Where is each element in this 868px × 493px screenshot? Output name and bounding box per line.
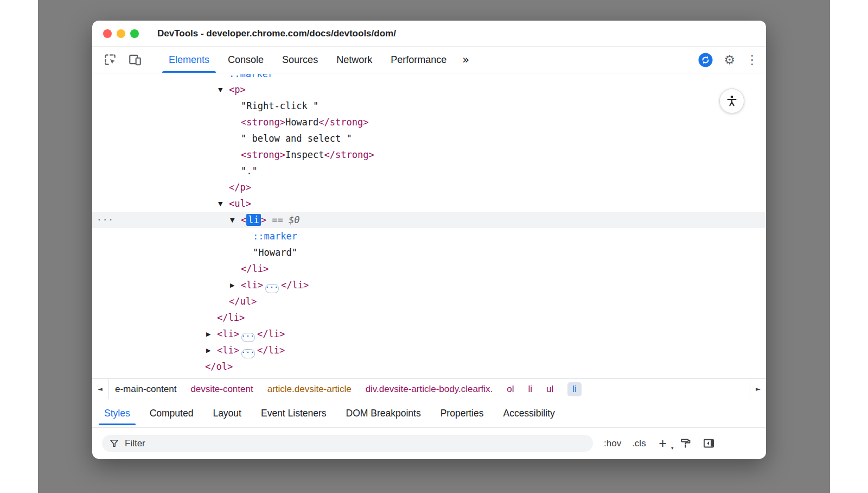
tree-line[interactable]: ▼<ul>	[92, 195, 766, 212]
breadcrumb-item-4[interactable]: ol	[507, 384, 514, 395]
tab-elements[interactable]: Elements	[159, 47, 219, 73]
tree-line[interactable]: ::marker	[92, 228, 766, 244]
tree-line[interactable]: "Howard"	[92, 244, 766, 261]
tree-line-content: ▶<li>···</li>	[92, 342, 766, 359]
disclosure-arrow-icon[interactable]: ▼	[230, 212, 241, 229]
tab-event-listeners[interactable]: Event Listeners	[251, 399, 336, 427]
disclosure-arrow-icon[interactable]: ▶	[206, 343, 217, 359]
tab-computed[interactable]: Computed	[140, 399, 203, 427]
breadcrumb: ◄ e-main-contentdevsite-contentarticle.d…	[92, 378, 766, 399]
tree-line[interactable]: ▼<p>	[92, 81, 766, 98]
tree-token: <	[241, 214, 246, 225]
window-title: DevTools - developer.chrome.com/docs/dev…	[157, 28, 396, 39]
settings-gear-icon[interactable]: ⚙	[724, 54, 735, 66]
tree-token: <ul>	[229, 198, 251, 209]
tree-line[interactable]: ···▼<li> == $0	[92, 212, 766, 228]
tab-properties[interactable]: Properties	[431, 399, 494, 427]
tree-line[interactable]: </p>	[92, 179, 766, 195]
expand-children-button[interactable]: ···	[241, 333, 255, 342]
tree-line-content: "Right-click "	[92, 98, 766, 114]
window-controls	[103, 29, 139, 38]
tree-line[interactable]: ::marker	[92, 74, 766, 81]
tree-token: </li>	[257, 328, 285, 339]
tree-token: </li>	[217, 312, 245, 323]
breadcrumb-item-3[interactable]: div.devsite-article-body.clearfix.	[366, 384, 493, 395]
tree-line[interactable]: </li>	[92, 261, 766, 277]
tree-line[interactable]: " below and select "	[92, 130, 766, 147]
disclosure-arrow-icon[interactable]: ▼	[218, 82, 229, 98]
element-classes-button[interactable]: .cls	[632, 438, 646, 449]
tree-line[interactable]: ▶<li>···</li>	[92, 342, 766, 358]
breadcrumb-item-7[interactable]: li	[567, 382, 582, 396]
tab-dom-breakpoints[interactable]: DOM Breakpoints	[336, 399, 431, 427]
tree-token: </p>	[229, 182, 251, 193]
breadcrumb-item-6[interactable]: ul	[546, 384, 553, 395]
tree-token: $0	[289, 214, 299, 225]
minimize-window-button[interactable]	[117, 29, 125, 38]
close-window-button[interactable]	[103, 29, 112, 38]
paint-roller-icon[interactable]	[680, 438, 692, 450]
breadcrumb-item-2[interactable]: article.devsite-article	[267, 384, 352, 395]
tree-token: </ul>	[229, 296, 257, 307]
breadcrumb-item-5[interactable]: li	[528, 384, 533, 395]
tree-line[interactable]: </ol>	[92, 358, 766, 375]
tree-line-content: ▼<p>	[92, 81, 766, 98]
tree-token: </ol>	[205, 361, 233, 372]
zoom-window-button[interactable]	[130, 29, 139, 38]
tree-line[interactable]: <strong>Howard</strong>	[92, 114, 766, 130]
tree-line[interactable]: ▶<li>···</li>	[92, 277, 766, 293]
new-style-rule-button[interactable]: + ▾	[657, 437, 669, 450]
tree-token: </strong>	[324, 149, 374, 160]
expand-children-button[interactable]: ···	[265, 284, 279, 293]
tree-line-content: ::marker	[92, 228, 766, 244]
tree-line-content: "Howard"	[92, 244, 766, 261]
tab-styles[interactable]: Styles	[94, 399, 140, 427]
toggle-element-state-button[interactable]: :hov	[604, 438, 621, 449]
breadcrumb-scroll-right-button[interactable]: ►	[750, 379, 766, 399]
tree-token: " below and select "	[241, 133, 352, 144]
tab-accessibility[interactable]: Accessibility	[493, 399, 564, 427]
tab-network[interactable]: Network	[327, 47, 381, 73]
disclosure-arrow-icon[interactable]: ▶	[206, 326, 217, 343]
tree-line-content: </li>	[92, 261, 766, 277]
tree-token: <li>	[217, 345, 239, 356]
tree-line[interactable]: </ul>	[92, 293, 766, 309]
tree-line-content: </li>	[92, 309, 766, 326]
breadcrumb-item-0[interactable]: e-main-content	[115, 384, 176, 395]
plus-icon: +	[659, 435, 667, 451]
tree-line[interactable]: "Right-click "	[92, 98, 766, 114]
disclosure-arrow-icon[interactable]: ▶	[230, 277, 241, 294]
tree-line[interactable]: "."	[92, 163, 766, 179]
tree-token: ==	[272, 214, 283, 225]
node-options-dots[interactable]: ···	[97, 212, 114, 228]
toggle-sidebar-icon[interactable]	[703, 437, 715, 450]
breadcrumb-item-1[interactable]: devsite-content	[190, 384, 253, 395]
tree-line-content: ▶<li>···</li>	[92, 326, 766, 343]
expand-children-button[interactable]: ···	[241, 349, 255, 358]
titlebar: DevTools - developer.chrome.com/docs/dev…	[92, 21, 766, 47]
breadcrumb-scroll-left-button[interactable]: ◄	[92, 379, 108, 399]
tree-token: </li>	[241, 263, 269, 274]
tree-line[interactable]: <strong>Inspect</strong>	[92, 147, 766, 163]
tree-line-content: ▶<li>···</li>	[92, 277, 766, 294]
device-toolbar-icon[interactable]	[127, 52, 143, 68]
kebab-menu-icon[interactable]: ⋮	[746, 54, 758, 66]
tab-performance[interactable]: Performance	[381, 47, 456, 73]
tree-line-content: </ul>	[92, 293, 766, 309]
styles-filter-input[interactable]	[125, 438, 586, 449]
toolbar-right-controls: ⚙ ⋮	[698, 53, 758, 67]
tab-console[interactable]: Console	[219, 47, 273, 73]
tree-line[interactable]: ▶<li>···</li>	[92, 326, 766, 342]
disclosure-arrow-icon[interactable]: ▼	[218, 196, 229, 212]
ellipsis-dots-icon: ···	[241, 333, 255, 339]
tab-sources[interactable]: Sources	[273, 47, 327, 73]
tree-line-content: ▼<li> == $0	[92, 212, 766, 229]
tab-layout[interactable]: Layout	[203, 399, 251, 427]
tree-line-content: <strong>Inspect</strong>	[92, 147, 766, 163]
tree-line[interactable]: </li>	[92, 309, 766, 326]
accessibility-overlay-button[interactable]	[719, 89, 744, 113]
inspect-element-icon[interactable]	[102, 52, 118, 68]
more-tabs-button[interactable]: »	[462, 53, 469, 66]
tree-token: "Howard"	[253, 247, 297, 258]
sync-badge-icon[interactable]	[698, 53, 713, 67]
